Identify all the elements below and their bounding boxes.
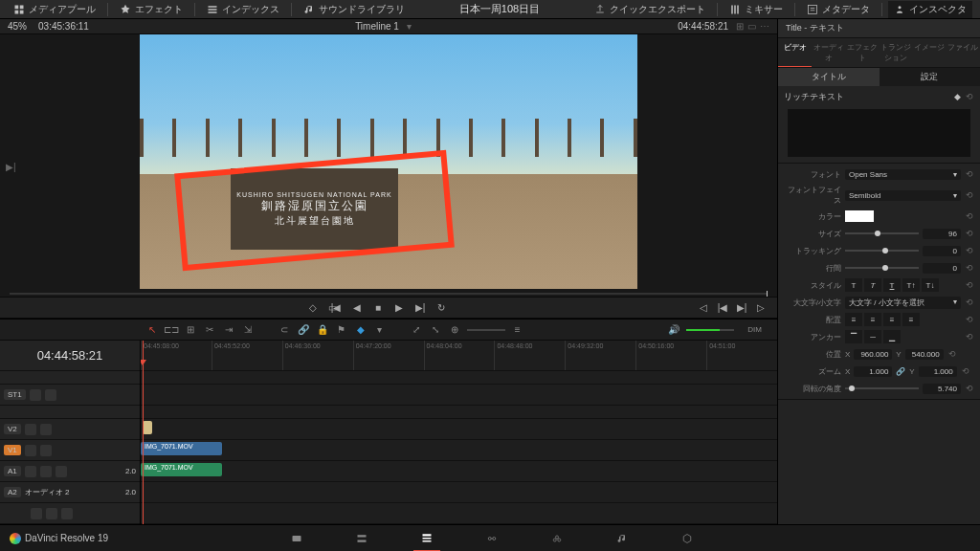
font-dropdown[interactable]: Open Sans▾: [845, 169, 961, 180]
st1-lane[interactable]: [141, 385, 777, 406]
inspector-button[interactable]: インスペクタ: [888, 1, 972, 18]
richtext-keyframe-icon[interactable]: ◆: [954, 92, 961, 101]
v1-badge[interactable]: V1: [4, 445, 21, 455]
a1-solo[interactable]: [40, 466, 52, 477]
snap-icon[interactable]: ⊂: [278, 323, 291, 337]
a2-mute[interactable]: [61, 508, 73, 519]
tab-video[interactable]: ビデオ: [778, 38, 812, 67]
richtext-editor[interactable]: [788, 109, 970, 157]
dynamic-trim-icon[interactable]: ⊞: [184, 323, 197, 337]
font-reset-icon[interactable]: ⟲: [965, 169, 974, 179]
a1-clip[interactable]: IMG_7071.MOV: [141, 463, 222, 476]
next-frame-icon[interactable]: ▶|: [413, 301, 427, 315]
style-super[interactable]: T↑: [902, 278, 920, 292]
rotation-slider[interactable]: [845, 387, 919, 389]
richtext-reset-icon[interactable]: ⟲: [965, 92, 974, 101]
index-button[interactable]: インデックス: [201, 1, 285, 18]
zoom-link-icon[interactable]: 🔗: [896, 367, 905, 376]
prev-frame-icon[interactable]: ◀: [350, 301, 364, 315]
size-value[interactable]: 96: [923, 229, 961, 239]
size-slider[interactable]: [845, 232, 919, 234]
go-out-icon[interactable]: ▷: [754, 301, 768, 315]
timeline-options-icon[interactable]: ≡: [511, 323, 524, 337]
timeline-tracks[interactable]: 04:45:08:00 04:45:52:00 04:46:36:00 04:4…: [141, 341, 777, 524]
overwrite-icon[interactable]: ⇲: [241, 323, 255, 337]
align-justify[interactable]: ≡: [902, 313, 920, 326]
trim-tool-icon[interactable]: ⊏⊐: [165, 323, 178, 337]
insert-icon[interactable]: ⇥: [222, 323, 235, 337]
case-reset-icon[interactable]: ⟲: [965, 298, 974, 307]
zoom-x-value[interactable]: 1.000: [854, 366, 892, 377]
pos-y-value[interactable]: 540.000: [905, 349, 944, 360]
v1-track-header[interactable]: V1: [0, 440, 140, 461]
page-deliver[interactable]: [674, 525, 701, 552]
tracking-value[interactable]: 0: [923, 246, 961, 256]
v1-lock[interactable]: [25, 445, 36, 456]
page-fairlight[interactable]: [609, 525, 635, 552]
viewer-opt1-icon[interactable]: ⊞: [736, 21, 744, 32]
align-reset-icon[interactable]: ⟲: [965, 315, 974, 324]
zoom-custom-icon[interactable]: ⊕: [448, 323, 461, 337]
play-icon[interactable]: ▶: [392, 301, 406, 315]
v1-lane[interactable]: IMG_7071.MOV: [141, 440, 777, 461]
page-cut[interactable]: [348, 525, 375, 552]
anchor-bot[interactable]: ▁: [883, 330, 901, 343]
viewer-opt2-icon[interactable]: ▭: [747, 21, 756, 32]
linespace-value[interactable]: 0: [923, 263, 961, 274]
mute-icon[interactable]: 🔊: [667, 323, 680, 337]
a2-solo[interactable]: [46, 508, 57, 519]
v2-enable[interactable]: [40, 424, 52, 435]
marker-dd-icon[interactable]: ▾: [373, 323, 387, 337]
subtab-settings[interactable]: 設定: [880, 68, 981, 86]
style-reset-icon[interactable]: ⟲: [965, 280, 974, 290]
color-swatch[interactable]: [845, 210, 874, 222]
volume-slider[interactable]: [686, 329, 734, 331]
align-center[interactable]: ≡: [864, 313, 881, 326]
a1-lane[interactable]: IMG_7071.MOV: [141, 461, 777, 482]
st1-enable[interactable]: [45, 389, 56, 401]
case-dropdown[interactable]: 大文字 / 小文字を選択▾: [845, 297, 961, 309]
loop-icon[interactable]: ◇: [306, 301, 320, 315]
rotation-reset-icon[interactable]: ⟲: [965, 384, 974, 393]
sound-library-button[interactable]: サウンドライブラリ: [298, 1, 411, 18]
match-frame-icon[interactable]: ▭: [325, 301, 339, 315]
quick-export-button[interactable]: クイックエクスポート: [589, 1, 711, 18]
zoom-full-icon[interactable]: ⤢: [410, 323, 423, 337]
v1-enable[interactable]: [40, 445, 52, 456]
link-icon[interactable]: 🔗: [297, 323, 310, 337]
mark-in-icon[interactable]: |◀: [716, 301, 729, 315]
v1-clip[interactable]: IMG_7071.MOV: [141, 442, 222, 455]
stop-icon[interactable]: ■: [371, 301, 385, 315]
go-in-icon[interactable]: ◁: [697, 301, 710, 315]
tracking-slider[interactable]: [845, 250, 919, 252]
timeline-ruler[interactable]: 04:45:08:00 04:45:52:00 04:46:36:00 04:4…: [141, 341, 777, 371]
app-menu[interactable]: DaVinci Resolve 19: [0, 533, 118, 544]
a2-track-header[interactable]: A2 オーディオ 2 2.0: [0, 482, 140, 503]
page-media[interactable]: [283, 525, 310, 552]
align-left[interactable]: ≡: [845, 313, 862, 326]
viewer-body[interactable]: ▶| KUSHIRO SHITSUGEN NATIONAL PARK 釧路湿原国…: [0, 34, 777, 289]
style-normal[interactable]: T: [845, 278, 862, 292]
viewer-options-icon[interactable]: ⋯: [760, 21, 769, 32]
mixer-button[interactable]: ミキサー: [724, 1, 789, 18]
style-sub[interactable]: T↓: [922, 278, 939, 292]
flag-icon[interactable]: ⚑: [335, 323, 348, 337]
page-edit[interactable]: [413, 525, 440, 552]
page-color[interactable]: [544, 525, 570, 552]
tracking-reset-icon[interactable]: ⟲: [965, 246, 974, 255]
v2-lane[interactable]: [141, 419, 777, 440]
a1-mute[interactable]: [56, 466, 67, 477]
linespace-slider[interactable]: [845, 267, 919, 269]
loop-play-icon[interactable]: ↻: [434, 301, 448, 315]
mark-out-icon[interactable]: ▶|: [735, 301, 748, 315]
v2-lock[interactable]: [25, 424, 36, 435]
a2-badge[interactable]: A2: [4, 487, 21, 497]
anchor-mid[interactable]: ─: [864, 330, 881, 343]
zoom-reset-icon[interactable]: ⟲: [961, 366, 970, 376]
zoom-slider[interactable]: [467, 329, 505, 331]
zoom-level[interactable]: 45%: [8, 21, 27, 32]
a1-lock[interactable]: [25, 466, 36, 477]
effects-button[interactable]: エフェクト: [114, 1, 189, 18]
title-clip[interactable]: [143, 421, 152, 434]
a2-controls[interactable]: [0, 503, 140, 524]
